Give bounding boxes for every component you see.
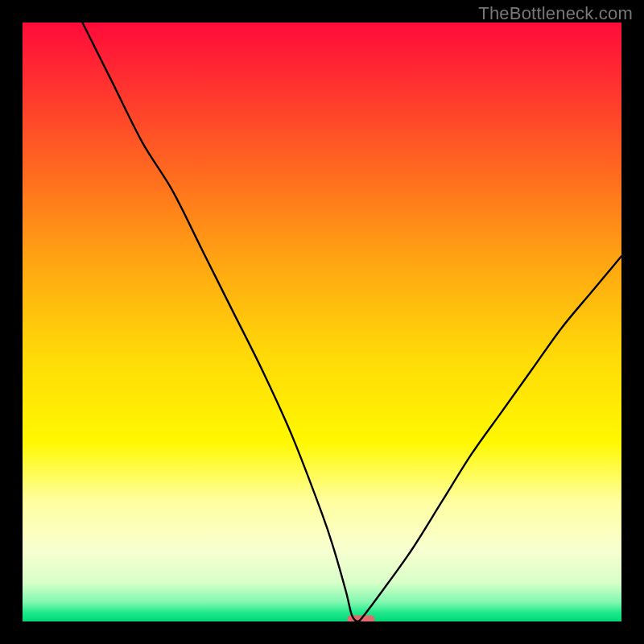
gradient-background [23,23,621,621]
watermark-text: TheBottleneck.com [478,3,633,24]
plot-area [23,23,621,621]
chart-svg [23,23,621,621]
chart-frame: TheBottleneck.com [0,0,644,644]
